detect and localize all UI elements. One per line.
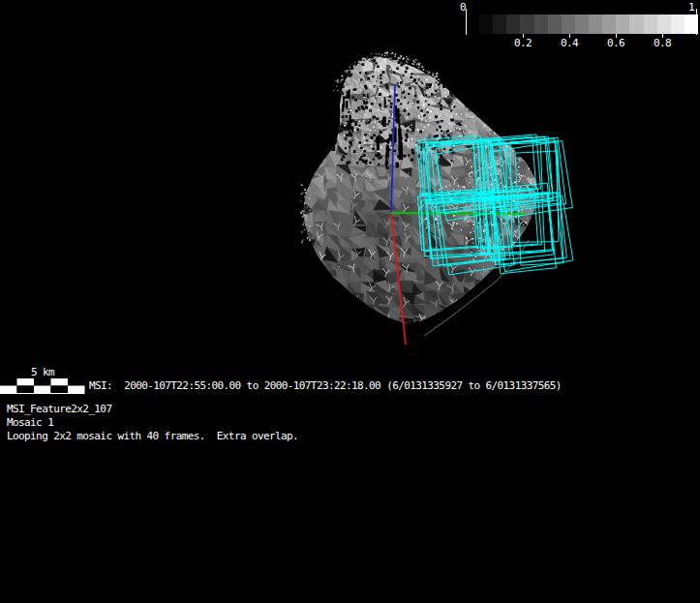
colorbar-step: [644, 15, 657, 34]
colorbar-step: [520, 15, 533, 34]
colorbar-step: [548, 15, 562, 34]
colorbar-step: [589, 15, 602, 34]
colorbar-gradient: [479, 15, 698, 34]
colorbar-step: [562, 15, 575, 34]
sequence-name: MSI_Feature2x2_107: [7, 403, 111, 415]
colorbar-step: [616, 15, 629, 34]
mosaic-description: Looping 2x2 mosaic with 40 frames. Extra…: [7, 430, 298, 442]
colorbar-step: [602, 15, 616, 34]
status-line: MSI: 2000-107T22:55:00.00 to 2000-107T23…: [89, 379, 562, 392]
colorbar-tick-label: 0.4: [555, 37, 584, 49]
colorbar-step: [657, 15, 671, 34]
colorbar-step: [493, 15, 506, 34]
colorbar-step: [534, 15, 548, 34]
colorbar-tick-label: 0.2: [508, 37, 537, 49]
colorbar-step: [479, 15, 493, 34]
asteroid-3d-view[interactable]: [0, 0, 700, 603]
colorbar-step: [629, 15, 643, 34]
colorbar-step: [506, 15, 520, 34]
scale-bar-checker: [0, 378, 85, 394]
colorbar-step: [575, 15, 589, 34]
colorbar-left-endline: [466, 9, 467, 35]
colorbar-step: [671, 15, 685, 34]
colorbar-tick-label: 0.6: [601, 37, 630, 49]
colorbar-max-label: 1: [688, 1, 694, 14]
mosaic-label: Mosaic 1: [7, 416, 53, 429]
scale-bar-label: 5 km: [0, 366, 85, 378]
colorbar-step: [685, 15, 698, 34]
colorbar-tick-label: 0.8: [648, 37, 677, 49]
